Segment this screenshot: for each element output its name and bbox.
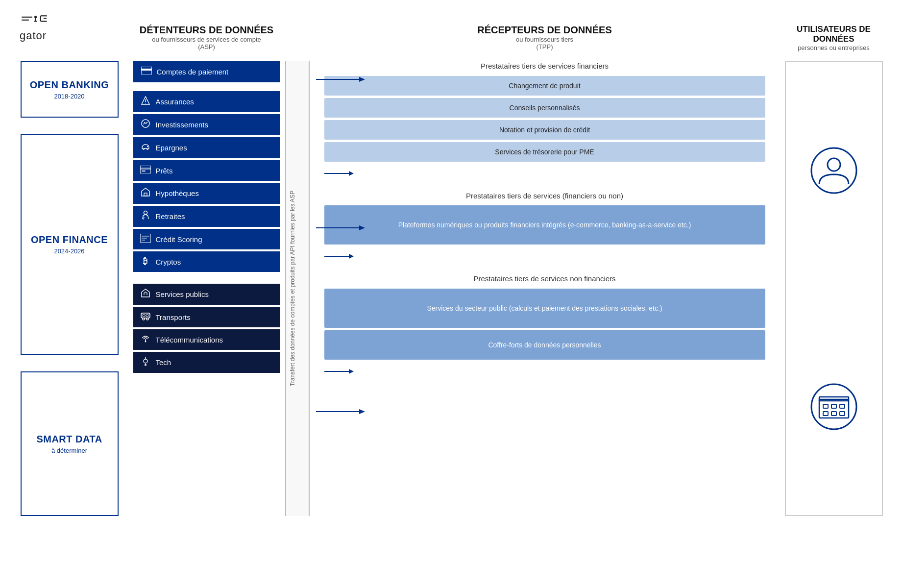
era-smart-data: SMART DATA à déterminer — [21, 371, 119, 516]
svg-marker-38 — [349, 171, 354, 176]
svg-point-13 — [145, 103, 146, 104]
rec-item-notation: Notation et provision de crédit — [324, 120, 765, 140]
prets-icon — [140, 166, 151, 176]
credit-scoring-icon — [140, 234, 151, 245]
retraites-icon — [140, 210, 151, 222]
era-open-banking-title: OPEN BANKING — [30, 79, 109, 91]
utilisateurs-title: UTILISATEURS DE DONNÉES — [785, 24, 883, 44]
holders-title: DÉTENTEURS DE DONNÉES — [133, 24, 280, 36]
company-icon — [809, 382, 858, 431]
recepteurs-section-2-title: Prestataires tiers de services (financie… — [324, 191, 765, 201]
svg-point-44 — [828, 158, 840, 171]
holder-telecommunications: Télécommunications — [133, 329, 280, 350]
utilisateurs-sub: personnes ou entreprises — [785, 44, 883, 51]
era-open-banking-subtitle: 2018-2020 — [54, 93, 84, 100]
svg-rect-18 — [142, 171, 146, 172]
holder-cryptos: ₿ Cryptos — [133, 251, 280, 272]
rec-item-coffre-forts: Coffre-forts de données personnelles — [324, 330, 765, 360]
svg-line-21 — [144, 217, 144, 220]
holder-investissements: Investissements — [133, 114, 280, 135]
holder-hypotheques: Hypothèques — [133, 183, 280, 204]
svg-marker-40 — [349, 254, 354, 259]
holder-credit-scoring-label: Crédit Scoring — [156, 235, 202, 244]
investissements-icon — [140, 119, 151, 131]
services-publics-icon — [140, 288, 151, 300]
recepteurs-section-2-items: Plateformes numériques ou produits finan… — [324, 205, 765, 245]
rec-item-conseils: Conseils personnalisés — [324, 98, 765, 118]
era-open-banking: OPEN BANKING 2018-2020 — [21, 61, 119, 118]
svg-marker-42 — [349, 369, 354, 374]
svg-marker-59 — [359, 409, 365, 414]
recepteurs-section-1-title: Prestataires tiers de services financier… — [324, 61, 765, 71]
holder-services-publics-label: Services publics — [156, 290, 209, 298]
logo-area: gator — [20, 14, 49, 42]
svg-point-20 — [144, 211, 147, 215]
epargnes-icon — [140, 142, 151, 154]
holder-prets: Prêts — [133, 160, 280, 181]
holder-tech-label: Tech — [156, 358, 171, 367]
hypotheques-icon — [140, 187, 151, 199]
svg-marker-26 — [142, 289, 149, 297]
rec-item-changement: Changement de produit — [324, 76, 765, 96]
svg-point-45 — [811, 384, 856, 429]
svg-rect-19 — [144, 193, 147, 196]
holder-retraites: Retraites — [133, 206, 280, 227]
recepteurs-section-2: Prestataires tiers de services (financie… — [324, 191, 765, 245]
recepteurs-sub2: (TPP) — [324, 43, 765, 50]
holders-column: Comptes de paiement Assurances Investiss… — [133, 61, 280, 516]
tech-icon — [140, 356, 151, 368]
holder-assurances-label: Assurances — [156, 98, 194, 106]
era-smart-data-title: SMART DATA — [36, 434, 102, 445]
recepteurs-section-1-items: Changement de produit Conseils personnal… — [324, 76, 765, 162]
era-open-finance-title: OPEN FINANCE — [31, 234, 108, 245]
transfer-column: Transfert des données de comptes et prod… — [285, 61, 310, 516]
era-open-finance: OPEN FINANCE 2024-2026 — [21, 134, 119, 355]
holder-payment: Comptes de paiement — [133, 61, 280, 82]
holder-hypotheques-label: Hypothèques — [156, 189, 199, 197]
recepteurs-column: Prestataires tiers de services financier… — [324, 61, 765, 516]
connector-arrow-2 — [316, 223, 365, 235]
svg-point-33 — [144, 359, 147, 363]
holders-header: DÉTENTEURS DE DONNÉES ou fournisseurs de… — [133, 24, 280, 51]
recepteurs-section-3-title: Prestataires tiers de services non finan… — [324, 274, 765, 284]
utilisateurs-header: UTILISATEURS DE DONNÉES personnes ou ent… — [785, 24, 883, 51]
era-open-finance-subtitle: 2024-2026 — [54, 247, 84, 255]
arrow-2 — [324, 251, 354, 261]
cryptos-icon: ₿ — [140, 257, 151, 267]
holder-transports-label: Transports — [156, 313, 191, 321]
telecommunications-icon — [140, 334, 151, 345]
svg-rect-50 — [840, 404, 845, 408]
holders-sub1: ou fournisseurs de services de compte — [133, 36, 280, 43]
svg-rect-17 — [140, 168, 151, 170]
svg-rect-30 — [143, 315, 145, 317]
utilisateur-company-section — [809, 382, 858, 431]
rec-item-tresorerie: Services de trésorerie pour PME — [324, 142, 765, 162]
era-smart-data-subtitle: à déterminer — [51, 447, 87, 454]
arrow-3 — [324, 367, 354, 376]
person-icon — [809, 146, 858, 195]
transports-icon — [140, 312, 151, 323]
svg-marker-57 — [359, 225, 365, 230]
recepteurs-section-3-items: Services du secteur public (calculs et p… — [324, 289, 765, 360]
holder-investissements-label: Investissements — [156, 121, 209, 129]
payment-icon — [141, 67, 152, 77]
holder-services-publics: Services publics — [133, 284, 280, 305]
rec-item-plateformes: Plateformes numériques ou produits finan… — [324, 205, 765, 245]
svg-point-32 — [145, 341, 146, 342]
arrow-1 — [324, 169, 354, 178]
holder-epargnes-label: Epargnes — [156, 144, 187, 152]
recepteurs-sub1: ou fournisseurs tiers — [324, 36, 765, 43]
holder-tech: Tech — [133, 352, 280, 373]
svg-rect-10 — [141, 69, 152, 71]
era-column: OPEN BANKING 2018-2020 OPEN FINANCE 2024… — [21, 61, 119, 516]
connector-arrow-1 — [316, 74, 365, 86]
logo-icon — [20, 14, 49, 28]
utilisateurs-column — [785, 61, 883, 516]
holder-transports: Transports — [133, 307, 280, 327]
svg-point-15 — [146, 146, 147, 147]
recepteurs-section-3: Prestataires tiers de services non finan… — [324, 274, 765, 360]
svg-rect-53 — [840, 412, 845, 416]
holder-payment-label: Comptes de paiement — [157, 68, 229, 76]
svg-point-28 — [143, 318, 145, 320]
connector-arrow-3 — [316, 407, 365, 418]
